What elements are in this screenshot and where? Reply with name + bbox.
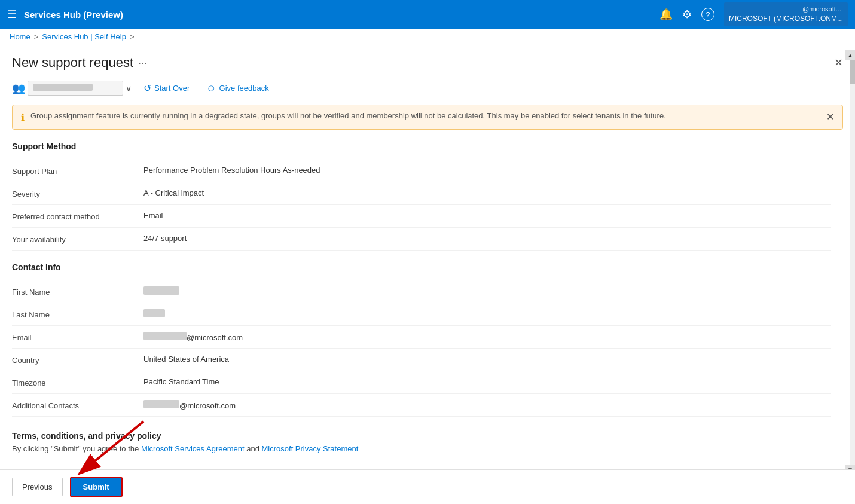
topbar: ☰ Services Hub (Preview) 🔔 ⚙ ? @microsof… — [0, 0, 855, 29]
email-label: Email — [12, 332, 143, 342]
last-name-label: Last Name — [12, 309, 143, 319]
preferred-contact-value: Email — [143, 211, 831, 220]
app-title: Services Hub (Preview) — [24, 10, 652, 20]
last-name-redacted — [143, 309, 165, 317]
bell-icon[interactable]: 🔔 — [659, 8, 673, 21]
start-over-button[interactable]: ↺ Start Over — [139, 80, 194, 96]
terms-text: By clicking "Submit" you agree to the Mi… — [12, 444, 831, 453]
page-title-left: New support request ··· — [12, 55, 147, 71]
settings-icon[interactable]: ⚙ — [682, 8, 692, 21]
user-profile[interactable]: @microsoft.... MICROSOFT (MICROSOFT.ONM.… — [724, 2, 848, 26]
timezone-row: Timezone Pacific Standard Time — [12, 371, 831, 394]
group-dropdown[interactable] — [28, 81, 123, 96]
timezone-value: Pacific Standard Time — [143, 377, 831, 386]
additional-contacts-value: @microsoft.com — [143, 400, 831, 410]
support-method-header: Support Method — [12, 142, 831, 151]
email-value: @microsoft.com — [143, 332, 831, 342]
close-button[interactable]: ✕ — [834, 56, 843, 69]
severity-row: Severity A - Critical impact — [12, 182, 831, 205]
start-over-icon: ↺ — [143, 83, 151, 94]
page-container: New support request ··· ✕ 👥 ∨ ↺ Start Ov… — [0, 45, 855, 504]
additional-contacts-label: Additional Contacts — [12, 400, 143, 410]
first-name-row: First Name — [12, 280, 831, 303]
severity-label: Severity — [12, 188, 143, 198]
hamburger-icon[interactable]: ☰ — [7, 8, 17, 21]
breadcrumb-home[interactable]: Home — [10, 32, 30, 41]
breadcrumb-sep2: > — [130, 32, 135, 41]
last-name-value — [143, 309, 831, 319]
help-icon[interactable]: ? — [701, 8, 714, 21]
previous-button[interactable]: Previous — [12, 478, 63, 496]
first-name-redacted — [143, 286, 179, 295]
preferred-contact-row: Preferred contact method Email — [12, 205, 831, 228]
additional-contacts-redacted — [143, 400, 179, 408]
footer: Previous Submit — [0, 469, 855, 504]
title-more-options[interactable]: ··· — [138, 57, 147, 69]
breadcrumb-sep1: > — [34, 32, 39, 41]
terms-prefix: By clicking "Submit" you agree to the — [12, 444, 141, 453]
group-selector[interactable]: 👥 ∨ — [12, 81, 132, 96]
microsoft-privacy-statement-link[interactable]: Microsoft Privacy Statement — [262, 444, 359, 453]
country-label: Country — [12, 355, 143, 365]
support-method-section: Support Method Support Plan Performance … — [12, 142, 843, 453]
terms-section: Terms, conditions, and privacy policy By… — [12, 431, 831, 453]
support-plan-row: Support Plan Performance Problem Resolut… — [12, 160, 831, 182]
country-row: Country United States of America — [12, 349, 831, 371]
scroll-thumb[interactable] — [850, 60, 855, 84]
topbar-icons: 🔔 ⚙ ? @microsoft.... MICROSOFT (MICROSOF… — [659, 2, 848, 26]
support-plan-value: Performance Problem Resolution Hours As-… — [143, 166, 831, 175]
degraded-state-banner: ℹ Group assignment feature is currently … — [12, 105, 843, 130]
chevron-down-icon[interactable]: ∨ — [126, 84, 132, 93]
timezone-label: Timezone — [12, 377, 143, 387]
email-row: Email @microsoft.com — [12, 326, 831, 349]
start-over-label: Start Over — [154, 84, 190, 93]
user-email: @microsoft.... — [729, 5, 843, 14]
banner-text: Group assignment feature is currently ru… — [30, 111, 820, 120]
country-value: United States of America — [143, 355, 831, 364]
preferred-contact-label: Preferred contact method — [12, 211, 143, 221]
availability-row: Your availability 24/7 support — [12, 228, 831, 251]
availability-value: 24/7 support — [143, 234, 831, 243]
scrollbar[interactable] — [850, 60, 855, 474]
support-plan-label: Support Plan — [12, 166, 143, 176]
first-name-label: First Name — [12, 286, 143, 297]
toolbar: 👥 ∨ ↺ Start Over ☺ Give feedback — [12, 80, 843, 96]
breadcrumb-services-hub[interactable]: Services Hub | Self Help — [42, 32, 126, 41]
banner-info-icon: ℹ — [21, 112, 25, 123]
group-icon: 👥 — [12, 82, 25, 95]
breadcrumb: Home > Services Hub | Self Help > — [0, 29, 855, 45]
terms-middle: and — [246, 444, 261, 453]
terms-title: Terms, conditions, and privacy policy — [12, 431, 831, 441]
feedback-icon: ☺ — [206, 83, 216, 94]
give-feedback-button[interactable]: ☺ Give feedback — [201, 81, 273, 96]
contact-info-header: Contact Info — [12, 262, 831, 272]
page-title-row: New support request ··· ✕ — [12, 55, 843, 71]
first-name-value — [143, 286, 831, 297]
page-title: New support request — [12, 55, 133, 71]
severity-value: A - Critical impact — [143, 188, 831, 197]
banner-close-button[interactable]: ✕ — [826, 111, 834, 123]
last-name-row: Last Name — [12, 303, 831, 326]
submit-button[interactable]: Submit — [70, 477, 123, 497]
availability-label: Your availability — [12, 234, 143, 244]
scroll-up-arrow[interactable]: ▲ — [845, 50, 855, 60]
email-redacted — [143, 332, 187, 340]
microsoft-services-agreement-link[interactable]: Microsoft Services Agreement — [141, 444, 245, 453]
give-feedback-label: Give feedback — [219, 84, 269, 93]
user-tenant: MICROSOFT (MICROSOFT.ONM... — [729, 14, 843, 24]
additional-contacts-row: Additional Contacts @microsoft.com — [12, 394, 831, 417]
